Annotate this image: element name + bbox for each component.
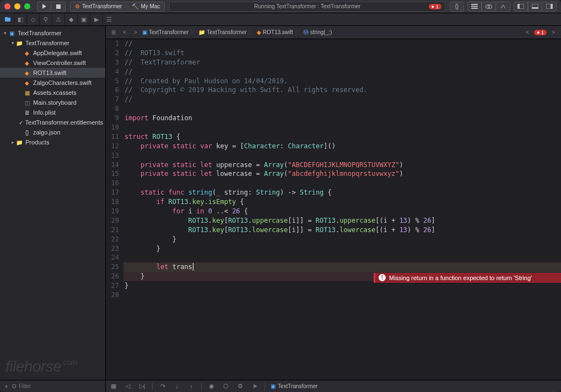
find-navigator-tab[interactable]: ⚲ [39, 13, 52, 25]
code-line[interactable]: private static var key = [Character: Cha… [123, 142, 561, 151]
code-line[interactable]: // [123, 39, 561, 49]
filter-icon[interactable]: ⊙ [12, 383, 17, 390]
code-line[interactable]: // Copyright © 2019 Hacking with Swift. … [123, 85, 561, 95]
environment-icon[interactable]: ⚙ [236, 383, 245, 390]
symbol-navigator-tab[interactable]: ◇ [26, 13, 39, 25]
debug-view-icon[interactable]: ◉ [207, 383, 216, 390]
nav-item[interactable]: ▾▣TextTransformer [0, 28, 105, 38]
debug-navigator-tab[interactable]: ▣ [77, 13, 90, 25]
add-icon[interactable]: ＋ [3, 382, 9, 390]
nav-item[interactable]: ▦Assets.xcassets [0, 88, 105, 98]
nav-item[interactable]: ◆AppDelegate.swift [0, 48, 105, 58]
code-line[interactable] [123, 291, 561, 300]
step-out-icon[interactable]: ↑ [187, 383, 196, 390]
scheme-selector[interactable]: ⚙ TextTransformer 〉 🔨 My Mac [70, 2, 165, 12]
nav-item[interactable]: ▸📁Products [0, 137, 105, 147]
back-icon[interactable]: < [120, 29, 129, 35]
run-stop-group [37, 2, 66, 12]
nav-item[interactable]: ◆ZalgoCharacters.swift [0, 78, 105, 88]
nav-item[interactable]: ◫Main.storyboard [0, 98, 105, 108]
jump-prev-icon[interactable]: < [523, 29, 532, 35]
report-navigator-tab[interactable]: ☰ [103, 13, 115, 25]
code-line[interactable]: struct ROT13 { [123, 132, 561, 142]
code-line[interactable]: private static let uppercase = Array("AB… [123, 160, 561, 170]
nav-item[interactable]: ◆ROT13.swift [0, 68, 105, 78]
swift-icon: ◆ [23, 59, 31, 67]
scheme-target: TextTransformer [82, 3, 122, 9]
nav-item[interactable]: {}zalgo.json [0, 127, 105, 137]
code-line[interactable]: // Created by Paul Hudson on 14/04/2019. [123, 77, 561, 86]
nav-item[interactable]: ◆ViewController.swift [0, 58, 105, 68]
source-text[interactable]: //// ROT13.swift// TextTransformer//// C… [123, 39, 561, 300]
project-navigator-tab[interactable] [1, 13, 14, 25]
line-gutter: 1234567891011121314151617181920212223242… [106, 39, 123, 300]
jump-next-icon[interactable]: > [549, 29, 558, 35]
library-button[interactable]: {} [450, 2, 464, 12]
navigator-filter-input[interactable] [19, 383, 102, 389]
code-line[interactable]: } [123, 244, 561, 254]
inline-error-banner[interactable]: ! Missing return in a function expected … [374, 273, 561, 283]
code-line[interactable]: } [123, 235, 561, 244]
jump-segment[interactable]: 📁TextTransformer [198, 29, 246, 35]
debug-process-crumb[interactable]: ▣ TextTransformer [271, 383, 317, 389]
nav-item[interactable]: ▾📁TextTransformer [0, 38, 105, 48]
related-items-icon[interactable]: ⊞ [109, 29, 118, 35]
nav-item[interactable]: ✓TextTransformer.entitlements [0, 117, 105, 127]
disclosure-icon[interactable]: ▾ [2, 30, 8, 36]
jump-segment-label: ROT13.swift [263, 29, 293, 35]
close-icon[interactable] [4, 3, 10, 9]
maximize-icon[interactable] [24, 3, 30, 9]
stop-button[interactable] [51, 2, 66, 12]
source-control-tab[interactable]: ◧ [14, 13, 26, 25]
code-line[interactable]: private static let lowercase = Array("ab… [123, 169, 561, 179]
location-icon[interactable]: ➤ [250, 383, 259, 390]
minimize-icon[interactable] [14, 3, 20, 9]
code-line[interactable]: // [123, 67, 561, 77]
forward-icon[interactable]: > [131, 29, 140, 35]
code-line[interactable] [123, 179, 561, 188]
jump-segment[interactable]: Ⓜstring(_:) [303, 29, 332, 36]
code-line[interactable]: if ROT13.key.isEmpty { [123, 197, 561, 207]
toggle-inspector-button[interactable] [542, 2, 557, 12]
breakpoint-navigator-tab[interactable]: ▶ [90, 13, 103, 25]
scheme-destination: My Mac [141, 3, 160, 9]
memory-graph-icon[interactable]: ⬡ [222, 383, 230, 390]
code-line[interactable]: // ROT13.swift [123, 49, 561, 58]
nav-item[interactable]: ≣Info.plist [0, 108, 105, 117]
assistant-editor-button[interactable] [482, 2, 496, 12]
jump-segment[interactable]: ◆ROT13.swift [257, 29, 293, 35]
toggle-navigator-button[interactable] [514, 2, 528, 12]
code-line[interactable]: // [123, 95, 561, 104]
code-line[interactable]: ROT13.key[ROT13.uppercase[i]] = ROT13.up… [123, 216, 561, 225]
step-into-icon[interactable]: ↓ [172, 383, 181, 390]
disclosure-icon[interactable]: ▾ [10, 40, 15, 46]
code-line[interactable]: let trans [123, 262, 561, 272]
code-line[interactable] [123, 151, 561, 160]
code-line[interactable]: import Foundation [123, 114, 561, 123]
code-line[interactable] [123, 253, 561, 262]
bottom-bar: ＋ ⊙ ▦ ◁ ▷| ↷ ↓ ↑ ◉ ⬡ ⚙ ➤ ▣ TextTransform… [0, 380, 561, 392]
method-icon: Ⓜ [303, 29, 309, 36]
issue-navigator-tab[interactable]: ⚠ [52, 13, 64, 25]
standard-editor-button[interactable] [467, 2, 482, 12]
step-over-icon[interactable]: ↷ [158, 383, 167, 390]
code-editor[interactable]: 1234567891011121314151617181920212223242… [106, 39, 561, 380]
disclosure-icon[interactable]: ▸ [10, 139, 15, 145]
status-error-badge[interactable]: ● 1 [429, 4, 441, 9]
jump-segment[interactable]: ▣TextTransformer [142, 29, 188, 35]
continue-icon[interactable]: ▷| [138, 383, 147, 390]
code-line[interactable]: ROT13.key[ROT13.lowercase[i]] = ROT13.lo… [123, 225, 561, 235]
code-line[interactable] [123, 123, 561, 132]
test-navigator-tab[interactable]: ◆ [64, 13, 77, 25]
version-editor-button[interactable] [496, 2, 510, 12]
code-line[interactable]: // TextTransformer [123, 58, 561, 67]
toggle-debug-button[interactable] [528, 2, 542, 12]
code-line[interactable] [123, 104, 561, 114]
breakpoints-icon[interactable]: ◁ [123, 383, 132, 390]
code-line[interactable]: for i in 0 ..< 26 { [123, 207, 561, 216]
hide-debug-icon[interactable]: ▦ [109, 383, 118, 390]
code-line[interactable]: static func string(_ string: String) -> … [123, 188, 561, 197]
run-button[interactable] [37, 2, 51, 12]
line-number: 11 [106, 132, 119, 142]
jump-error-badge[interactable]: ● 1 [534, 30, 547, 35]
